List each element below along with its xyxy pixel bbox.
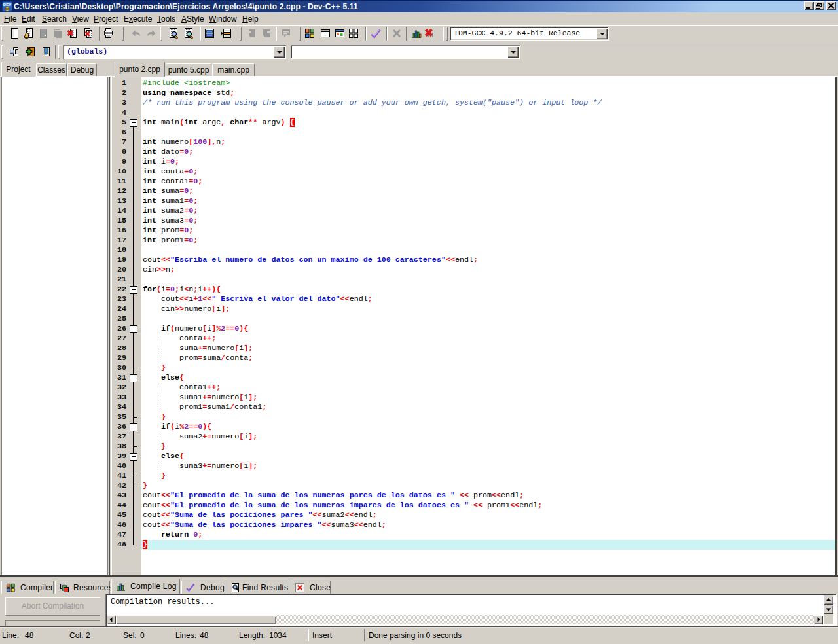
svg-text:DEV: DEV xyxy=(3,3,11,7)
